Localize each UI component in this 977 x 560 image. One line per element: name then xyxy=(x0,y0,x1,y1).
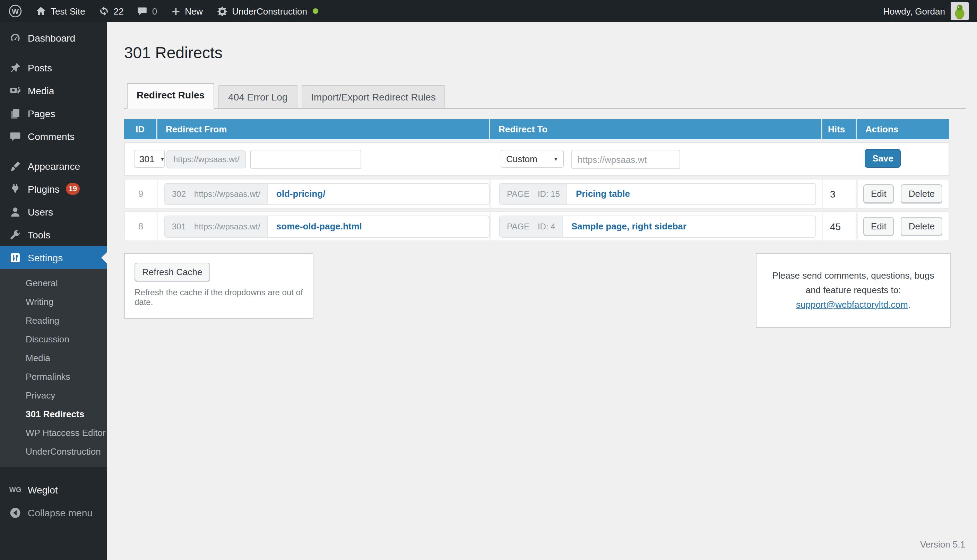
sidebar-item-pages[interactable]: Pages xyxy=(0,102,107,125)
sidebar-item-comments[interactable]: Comments xyxy=(0,125,107,148)
comments-link[interactable]: 0 xyxy=(137,5,157,17)
updates-link[interactable]: 22 xyxy=(99,5,124,17)
site-name-link[interactable]: Test Site xyxy=(35,5,85,17)
sidebar-item-appearance[interactable]: Appearance xyxy=(0,155,107,177)
table-row: 8 301 https://wpsaas.wt/ some-old-page.h… xyxy=(124,212,949,241)
submenu-item-privacy[interactable]: Privacy xyxy=(0,386,107,405)
sidebar-label: Collapse menu xyxy=(28,507,93,518)
hits-value: 45 xyxy=(822,212,856,240)
sidebar-label: Plugins xyxy=(28,183,60,194)
sidebar-item-dashboard[interactable]: Dashboard xyxy=(0,26,107,49)
redirect-code: 302 xyxy=(172,189,186,198)
wordpress-logo-icon: W xyxy=(8,4,22,18)
redirect-code: 301 xyxy=(172,222,186,231)
submenu-item-301-redirects[interactable]: 301 Redirects xyxy=(0,405,107,423)
plugins-update-badge: 19 xyxy=(66,183,80,195)
tab-404-error-log[interactable]: 404 Error Log xyxy=(219,85,297,108)
submenu-item-discussion[interactable]: Discussion xyxy=(0,330,107,348)
redirect-to-field[interactable]: PAGE ID: 4 Sample page, right sidebar xyxy=(499,215,816,237)
redirect-from-field[interactable]: 302 https://wpsaas.wt/ old-pricing/ xyxy=(164,183,489,205)
submenu-item-reading[interactable]: Reading xyxy=(0,311,107,330)
sidebar-item-weglot[interactable]: WG Weglot xyxy=(0,478,107,501)
sidebar-label: Users xyxy=(28,206,53,217)
redirect-to-addon: PAGE ID: 15 xyxy=(500,183,568,204)
plus-icon xyxy=(170,6,180,16)
sidebar-item-plugins[interactable]: Plugins 19 xyxy=(0,177,107,200)
refresh-cache-box: Refresh Cache Refresh the cache if the d… xyxy=(124,253,313,319)
tab-import-export[interactable]: Import/Export Redirect Rules xyxy=(301,85,445,108)
pages-icon xyxy=(9,107,22,120)
sidebar-label: Weglot xyxy=(28,484,58,495)
collapse-menu-button[interactable]: Collapse menu xyxy=(0,501,107,524)
refresh-cache-button[interactable]: Refresh Cache xyxy=(135,263,210,282)
sidebar-item-users[interactable]: Users xyxy=(0,200,107,223)
gear-icon xyxy=(216,5,228,17)
tab-redirect-rules[interactable]: Redirect Rules xyxy=(127,83,214,109)
weglot-icon: WG xyxy=(9,483,22,496)
redirect-from-field[interactable]: 301 https://wpsaas.wt/ some-old-page.htm… xyxy=(164,215,489,237)
comment-count: 0 xyxy=(152,6,157,16)
admin-bar: W Test Site 22 0 New xyxy=(0,0,977,22)
submenu-item-media[interactable]: Media xyxy=(0,348,107,367)
site-name: Test Site xyxy=(51,6,85,16)
updates-icon xyxy=(99,5,110,17)
sidebar-label: Posts xyxy=(28,62,52,73)
sidebar-label: Dashboard xyxy=(28,32,75,43)
submenu-item-wp-htaccess-editor[interactable]: WP Htaccess Editor xyxy=(0,423,107,442)
submenu-item-underconstruction[interactable]: UnderConstruction xyxy=(0,442,107,461)
redirect-code-select[interactable]: 301 xyxy=(134,150,165,168)
delete-button[interactable]: Delete xyxy=(901,217,942,236)
new-label: New xyxy=(185,6,203,16)
redirect-to-link[interactable]: Pricing table xyxy=(568,188,638,199)
save-button[interactable]: Save xyxy=(865,149,901,168)
column-header-hits: Hits xyxy=(821,119,856,139)
sidebar-item-settings[interactable]: Settings xyxy=(0,246,107,269)
new-content-menu[interactable]: New xyxy=(170,6,203,16)
underconstruction-label: UnderConstruction xyxy=(232,6,307,16)
table-row: 9 302 https://wpsaas.wt/ old-pricing/ PA… xyxy=(124,179,949,208)
wordpress-logo-menu[interactable]: W xyxy=(8,4,22,18)
howdy-text: Howdy, Gordan xyxy=(883,6,945,16)
redirect-code-value: 301 xyxy=(139,153,154,164)
edit-button[interactable]: Edit xyxy=(863,217,894,236)
comment-bubble-icon xyxy=(137,5,148,17)
avatar xyxy=(951,2,969,20)
sidebar-item-tools[interactable]: Tools xyxy=(0,223,107,246)
wrench-icon xyxy=(9,228,22,241)
delete-button[interactable]: Delete xyxy=(901,184,942,203)
redirect-from-prefix: https://wpsaas.wt/ xyxy=(166,150,247,168)
redirect-to-link[interactable]: Sample page, right sidebar xyxy=(563,221,695,232)
row-id: 8 xyxy=(125,212,157,240)
sidebar-label: Pages xyxy=(28,108,55,119)
redirect-to-addon: PAGE ID: 4 xyxy=(500,216,563,237)
sidebar-label: Appearance xyxy=(28,160,80,172)
redirect-to-input[interactable] xyxy=(571,150,680,169)
submenu-item-permalinks[interactable]: Permalinks xyxy=(0,367,107,386)
redirect-from-link[interactable]: old-pricing/ xyxy=(268,188,334,199)
support-text-line1: Please send comments, questions, bugs xyxy=(772,270,934,281)
redirect-to-ref: ID: 4 xyxy=(538,222,555,231)
refresh-cache-note: Refresh the cache if the dropdowns are o… xyxy=(135,288,303,307)
account-menu[interactable]: Howdy, Gordan xyxy=(883,2,969,20)
new-redirect-row: 301 https://wpsaas.wt/ Custom Save xyxy=(124,142,949,176)
edit-button[interactable]: Edit xyxy=(863,184,894,203)
redirect-to-type-value: Custom xyxy=(506,153,538,164)
redirect-prefix: https://wpsaas.wt/ xyxy=(194,222,261,231)
user-icon xyxy=(9,205,22,218)
redirect-from-input[interactable] xyxy=(251,150,361,169)
submenu-item-writing[interactable]: Writing xyxy=(0,292,107,311)
brush-icon xyxy=(9,160,22,172)
sidebar-item-posts[interactable]: Posts xyxy=(0,56,107,79)
camera-icon xyxy=(9,84,22,97)
update-count: 22 xyxy=(114,6,124,16)
home-icon xyxy=(35,5,47,17)
underconstruction-menu[interactable]: UnderConstruction xyxy=(216,5,318,17)
redirect-to-field[interactable]: PAGE ID: 15 Pricing table xyxy=(499,183,816,205)
support-email-link[interactable]: support@webfactoryltd.com xyxy=(796,299,908,310)
redirect-to-type-select[interactable]: Custom xyxy=(501,150,564,168)
submenu-item-general[interactable]: General xyxy=(0,274,107,292)
sidebar-item-media[interactable]: Media xyxy=(0,79,107,102)
redirect-from-link[interactable]: some-old-page.html xyxy=(268,221,370,232)
redirect-to-kind: PAGE xyxy=(507,222,529,231)
redirect-from-addon: 301 https://wpsaas.wt/ xyxy=(165,216,268,237)
